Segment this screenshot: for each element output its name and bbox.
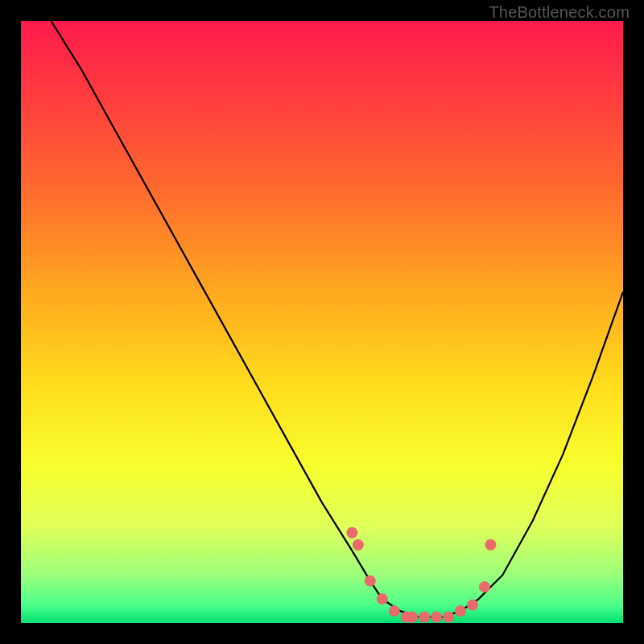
chart-frame: TheBottleneck.com	[0, 0, 644, 644]
marker-dot	[407, 612, 418, 623]
marker-dot	[455, 605, 466, 617]
marker-dot	[365, 576, 376, 587]
plot-area	[21, 21, 623, 623]
marker-dot	[389, 605, 400, 617]
watermark-text: TheBottleneck.com	[489, 3, 630, 22]
marker-dot	[467, 600, 478, 611]
marker-dot	[479, 581, 490, 592]
marker-dot	[377, 593, 388, 605]
marker-dot	[485, 539, 496, 551]
marker-dot	[443, 612, 454, 623]
marker-dot	[346, 527, 357, 539]
bottleneck-curve	[51, 21, 623, 617]
marker-dot	[419, 612, 430, 623]
marker-dot	[353, 539, 364, 551]
highlight-markers	[346, 527, 496, 623]
curve-svg	[21, 21, 623, 623]
marker-dot	[431, 612, 442, 623]
